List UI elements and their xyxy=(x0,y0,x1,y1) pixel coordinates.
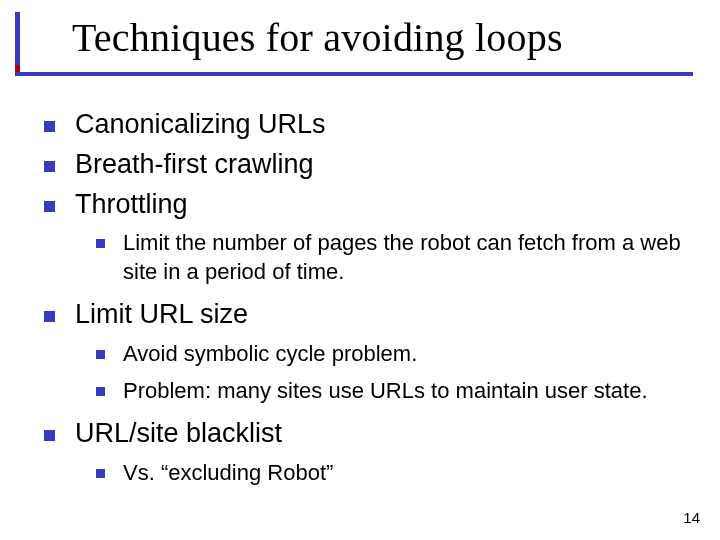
sublist-item-text: Avoid symbolic cycle problem. xyxy=(123,340,417,369)
square-bullet-icon xyxy=(96,350,105,359)
square-bullet-icon xyxy=(44,430,55,441)
square-bullet-icon xyxy=(44,201,55,212)
page-number: 14 xyxy=(683,509,700,526)
sublist-item: Vs. “excluding Robot” xyxy=(96,459,684,488)
list-item: URL/site blacklist xyxy=(44,417,684,451)
sublist-item-text: Vs. “excluding Robot” xyxy=(123,459,333,488)
accent-bar-horizontal xyxy=(15,72,693,76)
sublist-item-text: Problem: many sites use URLs to maintain… xyxy=(123,377,648,406)
list-item-text: URL/site blacklist xyxy=(75,417,282,451)
list-item-text: Canonicalizing URLs xyxy=(75,108,326,142)
list-item: Canonicalizing URLs xyxy=(44,108,684,142)
list-item-text: Breath-first crawling xyxy=(75,148,314,182)
slide-body: Canonicalizing URLs Breath-first crawlin… xyxy=(44,108,684,494)
square-bullet-icon xyxy=(44,311,55,322)
sublist-item: Limit the number of pages the robot can … xyxy=(96,229,684,286)
list-item-text: Throttling xyxy=(75,188,188,222)
sublist-item-text: Limit the number of pages the robot can … xyxy=(123,229,684,286)
square-bullet-icon xyxy=(96,239,105,248)
slide-title: Techniques for avoiding loops xyxy=(72,14,563,61)
square-bullet-icon xyxy=(44,121,55,132)
square-bullet-icon xyxy=(44,161,55,172)
sublist-item: Avoid symbolic cycle problem. xyxy=(96,340,684,369)
slide: Techniques for avoiding loops Canonicali… xyxy=(0,0,720,540)
sublist-item: Problem: many sites use URLs to maintain… xyxy=(96,377,684,406)
square-bullet-icon xyxy=(96,469,105,478)
list-item: Throttling xyxy=(44,188,684,222)
list-item-text: Limit URL size xyxy=(75,298,248,332)
square-bullet-icon xyxy=(96,387,105,396)
list-item: Limit URL size xyxy=(44,298,684,332)
list-item: Breath-first crawling xyxy=(44,148,684,182)
